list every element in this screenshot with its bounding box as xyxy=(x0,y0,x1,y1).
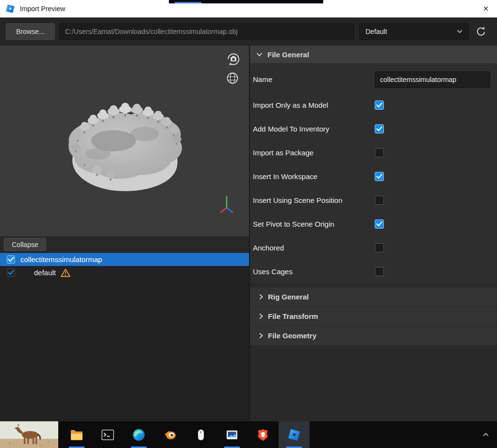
windows-taskbar xyxy=(0,421,497,448)
orbit-camera-icon[interactable] xyxy=(225,51,242,67)
property-row: Import as Package xyxy=(250,141,497,165)
taskbar-icons xyxy=(61,421,310,448)
section-gap xyxy=(250,283,497,287)
property-checkbox[interactable] xyxy=(375,267,384,276)
property-control xyxy=(375,267,384,276)
property-label: Insert In Workspace xyxy=(253,172,317,181)
section-title: File Geometry xyxy=(268,332,316,340)
tree-item-checkbox[interactable] xyxy=(7,268,15,277)
warning-icon xyxy=(61,268,70,277)
blender-icon xyxy=(163,428,177,442)
section-header-file-transform[interactable]: File Transform xyxy=(250,307,497,326)
chevron-down-icon xyxy=(256,52,263,57)
property-row: Uses Cages xyxy=(250,260,497,283)
chevron-right-icon xyxy=(259,332,263,339)
taskbar-button-roblox-studio[interactable] xyxy=(279,421,310,448)
collapsed-sections: Rig GeneralFile TransformFile Geometry xyxy=(250,287,497,346)
taskbar-button-blender[interactable] xyxy=(154,421,185,448)
property-label: Insert Using Scene Position xyxy=(253,196,342,204)
section-title: File General xyxy=(267,50,309,59)
inspector-empty-area xyxy=(250,346,497,421)
property-label: Name xyxy=(253,75,272,83)
system-tray xyxy=(480,421,492,448)
property-label: Import as Package xyxy=(253,149,314,157)
property-row: Insert Using Scene Position xyxy=(250,188,497,212)
taskbar-button-terminal[interactable] xyxy=(92,421,123,448)
chevron-down-icon xyxy=(457,30,463,33)
property-row: Insert In Workspace xyxy=(250,165,497,188)
photos-icon xyxy=(225,428,239,442)
edge-icon xyxy=(132,428,146,442)
tree-row[interactable]: collectitemssimulatormap xyxy=(0,253,249,266)
tree-item-label: default xyxy=(34,268,56,277)
section-header-file-general[interactable]: File General xyxy=(250,46,497,63)
property-control xyxy=(375,219,384,229)
tree-item-checkbox[interactable] xyxy=(7,255,15,264)
property-control xyxy=(375,172,384,181)
property-control xyxy=(375,196,384,205)
refresh-icon[interactable] xyxy=(475,25,487,38)
browse-button[interactable]: Browse... xyxy=(6,23,55,40)
globe-icon[interactable] xyxy=(225,71,240,85)
property-control xyxy=(375,243,384,252)
background-window-strip xyxy=(169,0,323,3)
property-checkbox[interactable] xyxy=(375,196,384,205)
property-label: Uses Cages xyxy=(253,267,293,276)
toolbar: Browse... Default xyxy=(0,17,497,46)
axis-triad-icon xyxy=(217,194,236,215)
property-row: Set Pivot to Scene Origin xyxy=(250,212,497,236)
close-icon[interactable]: ✕ xyxy=(475,0,497,17)
property-label: Set Pivot to Scene Origin xyxy=(253,220,334,228)
chevron-right-icon xyxy=(259,313,263,319)
preview-viewport[interactable] xyxy=(0,46,249,236)
property-checkbox[interactable] xyxy=(375,148,384,157)
taskbar-button-brave[interactable] xyxy=(248,421,279,448)
chevron-right-icon xyxy=(259,294,263,300)
section-header-rig-general[interactable]: Rig General xyxy=(250,287,497,307)
roblox-studio-icon xyxy=(287,428,301,442)
name-input[interactable] xyxy=(375,71,490,88)
property-checkbox[interactable] xyxy=(375,243,384,252)
property-control xyxy=(375,124,384,133)
file-general-rows: NameImport Only as a ModelAdd Model To I… xyxy=(250,63,497,283)
mouse-icon xyxy=(194,428,208,442)
property-row: Anchored xyxy=(250,236,497,260)
property-row: Import Only as a Model xyxy=(250,93,497,117)
model-tree: collectitemssimulatormapdefault xyxy=(0,253,249,421)
tree-item-label: collectitemssimulatormap xyxy=(20,255,102,264)
property-checkbox[interactable] xyxy=(375,100,384,110)
imported-model-preview xyxy=(54,90,200,206)
section-title: File Transform xyxy=(268,312,318,320)
tree-toolbar: Collapse xyxy=(0,236,249,253)
property-checkbox[interactable] xyxy=(375,219,384,229)
property-label: Import Only as a Model xyxy=(253,101,328,109)
window-title: Import Preview xyxy=(20,5,65,13)
taskbar-button-edge[interactable] xyxy=(123,421,154,448)
chevron-up-icon[interactable] xyxy=(480,430,492,440)
property-label: Add Model To Inventory xyxy=(253,125,329,133)
file-path-input[interactable] xyxy=(59,23,354,40)
brave-icon xyxy=(256,428,270,442)
inspector-panel: File General NameImport Only as a ModelA… xyxy=(249,46,497,421)
preset-dropdown-value: Default xyxy=(365,28,387,35)
property-control xyxy=(375,148,384,157)
collapse-button[interactable]: Collapse xyxy=(4,238,46,251)
desktop-wallpaper-horse xyxy=(0,421,58,448)
section-title: Rig General xyxy=(268,293,309,301)
taskbar-button-file-explorer[interactable] xyxy=(61,421,92,448)
property-checkbox[interactable] xyxy=(375,172,384,181)
property-control xyxy=(375,100,384,110)
taskbar-button-photos[interactable] xyxy=(216,421,248,448)
file-explorer-icon xyxy=(69,428,84,442)
property-control xyxy=(375,71,490,88)
tree-row[interactable]: default xyxy=(0,266,249,279)
property-checkbox[interactable] xyxy=(375,124,384,133)
taskbar-button-mouse[interactable] xyxy=(185,421,216,448)
preset-dropdown[interactable]: Default xyxy=(359,23,469,40)
property-row: Name xyxy=(250,66,497,93)
section-header-file-geometry[interactable]: File Geometry xyxy=(250,326,497,346)
terminal-icon xyxy=(100,428,115,442)
property-label: Anchored xyxy=(253,244,284,252)
property-row: Add Model To Inventory xyxy=(250,117,497,141)
background-window-accent xyxy=(175,2,201,3)
